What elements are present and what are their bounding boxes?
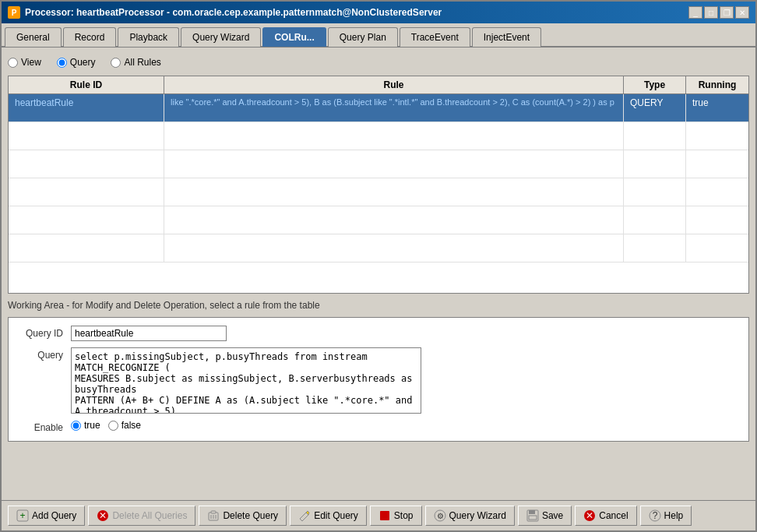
delete-all-icon: ✕ [97,509,109,522]
svg-text:+: + [19,510,25,521]
view-radio[interactable] [8,58,18,68]
query-wizard-label: Query Wizard [449,510,506,521]
query-row: Query select p.missingSubject, p.busyThr… [16,347,741,414]
tab-playback[interactable]: Playback [118,27,179,47]
app-icon: P [8,6,20,19]
enable-true-radio[interactable] [71,421,81,431]
table-row[interactable] [9,150,748,178]
all-rules-radio-label[interactable]: All Rules [111,57,160,68]
enable-false-label[interactable]: false [108,420,141,431]
save-button[interactable]: Save [518,506,572,526]
table-row[interactable] [9,122,748,150]
help-button[interactable]: ? Help [640,506,692,526]
cell-ruleid: heartbeatRule [9,94,164,122]
query-radio[interactable] [57,58,67,68]
all-rules-radio[interactable] [111,58,121,68]
query-label: Query [70,57,96,68]
svg-rect-5 [211,511,216,513]
cell-rule [164,234,624,262]
close-button[interactable]: ✕ [735,6,749,19]
table-row[interactable] [9,178,748,206]
working-area-label: Working Area - for Modify and Delete Ope… [8,298,749,312]
add-query-button[interactable]: + Add Query [8,506,85,526]
footer: + Add Query ✕ Delete All Queries Delete … [2,500,755,530]
query-radio-label[interactable]: Query [57,57,96,68]
cell-running: true [686,94,748,122]
radio-group: View Query All Rules [8,54,749,71]
add-query-label: Add Query [32,510,76,521]
tab-inject-event[interactable]: InjectEvent [472,27,541,47]
title-bar: P Processor: heartbeatProcessor - com.or… [2,2,755,23]
delete-query-icon [207,509,220,522]
query-label: Query [16,347,63,361]
table-row[interactable]: heartbeatRule like ".*core.*" and A.thre… [9,94,748,122]
enable-row: Enable true false [16,420,741,433]
help-icon: ? [649,509,661,522]
svg-text:⚙: ⚙ [436,512,443,520]
main-content: View Query All Rules Rule ID Rule Type R… [2,48,755,500]
cancel-button[interactable]: ✕ Cancel [575,506,636,526]
query-wizard-icon: ⚙ [434,509,446,522]
cell-running [686,178,748,206]
save-icon [526,509,539,522]
enable-false-radio[interactable] [108,421,118,431]
cell-type [624,122,686,150]
col-header-running: Running [686,76,748,93]
delete-all-queries-button[interactable]: ✕ Delete All Queries [88,506,195,526]
view-radio-label[interactable]: View [8,57,41,68]
tab-record[interactable]: Record [63,27,117,47]
maximize-button[interactable]: □ [704,6,718,19]
window-controls: _ □ ❐ ✕ [688,6,749,19]
cell-running [686,234,748,262]
stop-icon [378,509,391,522]
cell-rule [164,178,624,206]
svg-text:✕: ✕ [99,510,107,521]
tab-trace-event[interactable]: TraceEvent [400,27,470,47]
svg-rect-13 [529,510,535,514]
minimize-button[interactable]: _ [688,6,702,19]
edit-query-button[interactable]: Edit Query [290,506,367,526]
table-row[interactable] [9,234,748,262]
svg-rect-14 [529,516,537,520]
tabs-bar: General Record Playback Query Wizard COL… [2,23,755,48]
restore-button[interactable]: ❐ [720,6,734,19]
enable-true-text: true [84,420,100,431]
enable-radio-group: true false [71,420,141,431]
col-header-rule: Rule [164,76,624,93]
cell-rule [164,122,624,150]
table-body: heartbeatRule like ".*core.*" and A.thre… [9,94,748,289]
delete-query-button[interactable]: Delete Query [199,506,287,526]
table-header: Rule ID Rule Type Running [9,76,748,94]
cell-type [624,178,686,206]
cell-type: QUERY [624,94,686,122]
stop-button[interactable]: Stop [370,506,422,526]
query-id-label: Query ID [16,326,63,339]
enable-true-label[interactable]: true [71,420,100,431]
cell-running [686,122,748,150]
tab-query-plan[interactable]: Query Plan [328,27,398,47]
save-label: Save [542,510,563,521]
form-area: Query ID Query select p.missingSubject, … [8,317,749,442]
query-textarea[interactable]: select p.missingSubject, p.busyThreads f… [71,347,421,414]
enable-label: Enable [16,420,63,433]
cancel-icon: ✕ [583,509,596,522]
cell-ruleid [9,122,164,150]
query-id-input[interactable] [71,326,227,341]
query-wizard-button[interactable]: ⚙ Query Wizard [425,506,515,526]
delete-query-label: Delete Query [223,510,278,521]
svg-text:?: ? [652,510,657,521]
edit-query-icon [298,509,311,522]
tab-query-wizard[interactable]: Query Wizard [181,27,261,47]
all-rules-label: All Rules [124,57,160,68]
table-row[interactable] [9,206,748,234]
cell-rule [164,150,624,178]
query-id-row: Query ID [16,326,741,341]
col-header-ruleid: Rule ID [9,76,164,93]
tab-colru[interactable]: COLRu... [262,27,326,47]
cell-ruleid [9,234,164,262]
tab-general[interactable]: General [5,27,62,47]
cell-type [624,150,686,178]
window-title: Processor: heartbeatProcessor - com.orac… [25,7,684,18]
rule-id-link[interactable]: heartbeatRule [15,97,73,108]
cancel-label: Cancel [599,510,628,521]
